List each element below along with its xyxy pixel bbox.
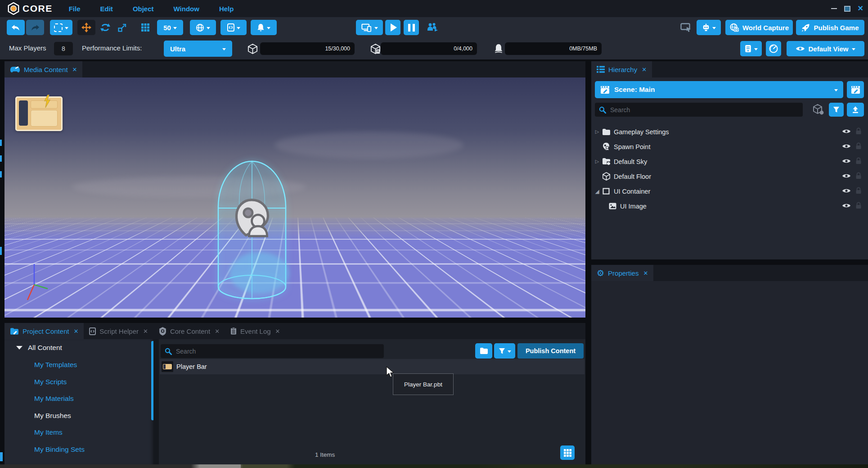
tab-media-content[interactable]: Media Content ✕ (4, 61, 82, 77)
redo-button[interactable] (26, 20, 44, 35)
scale-tool-button[interactable] (115, 20, 130, 35)
close-icon[interactable]: ✕ (858, 5, 864, 12)
hierarchy-filter-button[interactable] (829, 103, 844, 117)
tab-event-log[interactable]: Event Log ✕ (225, 323, 285, 339)
tab-close-icon[interactable]: ✕ (275, 328, 280, 335)
hierarchy-list-icon (597, 66, 605, 73)
scene-manager-button[interactable] (847, 81, 864, 98)
hierarchy-tabrow: Hierarchy ✕ (591, 61, 868, 77)
hierarchy-search-input[interactable] (609, 106, 803, 114)
project-filter-dropdown[interactable] (494, 343, 515, 359)
lock-icon[interactable] (855, 202, 862, 211)
environment-dropdown[interactable] (251, 20, 277, 35)
sidebar-item-my-scripts[interactable]: My Scripts (34, 378, 67, 386)
minimize-icon[interactable] (831, 8, 837, 9)
tree-row-ui-image[interactable]: UI Image (591, 199, 868, 214)
tab-core-content[interactable]: Core Content ✕ (153, 323, 225, 339)
menu-window[interactable]: Window (174, 5, 199, 13)
expander-icon[interactable]: ◢ (594, 188, 600, 195)
screen-share-button[interactable] (679, 20, 693, 35)
sidebar-item-my-templates[interactable]: My Templates (34, 361, 77, 369)
tree-row-ui-container[interactable]: ◢ UI Container (591, 184, 868, 199)
players-icon (427, 23, 438, 32)
save-dropdown[interactable] (740, 41, 762, 56)
lock-icon[interactable] (855, 187, 862, 196)
restore-icon[interactable] (844, 6, 850, 12)
tab-close-icon[interactable]: ✕ (73, 328, 78, 335)
sidebar-item-my-binding-sets[interactable]: My Binding Sets (34, 445, 85, 454)
tree-row-default-floor[interactable]: Default Floor (591, 169, 868, 184)
publish-content-button[interactable]: Publish Content (517, 343, 584, 359)
visibility-eye-icon[interactable] (842, 128, 851, 136)
horizontal-scrollbar-thumb[interactable] (205, 464, 241, 468)
grid-view-button[interactable] (560, 445, 575, 460)
tab-close-icon[interactable]: ✕ (642, 66, 647, 73)
new-folder-button[interactable] (475, 343, 492, 359)
axis-gizmo (17, 261, 49, 303)
menu-file[interactable]: File (69, 5, 81, 13)
terrain-dropdown[interactable] (190, 20, 216, 35)
grid-size-dropdown[interactable]: 50 (157, 20, 183, 35)
performance-dropdown[interactable]: Ultra (164, 41, 232, 57)
visibility-eye-icon[interactable] (842, 173, 851, 181)
expander-icon[interactable]: ▷ (594, 159, 600, 164)
world-capture-button[interactable]: World Capture (725, 20, 793, 35)
selection-mode-button[interactable] (50, 20, 72, 35)
hierarchy-export-button[interactable] (847, 103, 864, 117)
lock-icon[interactable] (855, 157, 862, 166)
scene-dropdown[interactable]: Scene: Main (595, 81, 843, 98)
sidebar-item-my-materials[interactable]: My Materials (34, 395, 74, 403)
rotate-tool-button[interactable] (98, 20, 112, 35)
media-content-panel: Media Content ✕ (4, 61, 585, 318)
tab-close-icon[interactable]: ✕ (215, 328, 220, 335)
visibility-eye-icon[interactable] (842, 187, 851, 195)
sidebar-divider[interactable] (153, 339, 159, 464)
script-dropdown[interactable] (220, 20, 247, 35)
properties-panel: ⚙ Properties ✕ (591, 265, 868, 464)
viewport-3d[interactable] (4, 77, 585, 318)
lock-icon[interactable] (855, 142, 862, 151)
expander-icon[interactable]: ▷ (594, 129, 600, 135)
visibility-eye-icon[interactable] (842, 202, 851, 210)
object-filter-icon[interactable] (813, 104, 824, 115)
play-button[interactable] (385, 20, 400, 35)
move-tool-button[interactable] (77, 20, 95, 35)
visibility-eye-icon[interactable] (842, 158, 851, 166)
max-players-input[interactable]: 8 (54, 42, 73, 55)
lock-icon[interactable] (855, 127, 862, 136)
pause-icon (408, 24, 415, 32)
tab-properties[interactable]: ⚙ Properties ✕ (591, 265, 653, 281)
tab-close-icon[interactable]: ✕ (643, 270, 648, 277)
sidebar-item-my-brushes[interactable]: My Brushes (34, 412, 71, 420)
default-view-dropdown[interactable]: Default View (787, 41, 864, 56)
lock-icon[interactable] (855, 172, 862, 181)
move-tool-icon (81, 22, 92, 33)
performance-monitor-button[interactable] (766, 41, 781, 56)
items-count: 1 Items (315, 451, 335, 458)
project-search-input[interactable] (175, 347, 384, 355)
tab-hierarchy[interactable]: Hierarchy ✕ (591, 61, 652, 77)
tree-row-default-sky[interactable]: ▷ Default Sky (591, 154, 868, 169)
pause-button[interactable] (404, 20, 419, 35)
tab-script-helper[interactable]: Script Helper ✕ (84, 323, 153, 339)
dock-tick (0, 247, 2, 255)
tree-row-gameplay-settings[interactable]: ▷ Gameplay Settings (591, 124, 868, 139)
publish-game-button[interactable]: Publish Game (796, 20, 864, 35)
tab-project-content[interactable]: Project Content ✕ (4, 323, 84, 339)
capture-bot-dropdown[interactable] (697, 20, 721, 35)
tree-row-spawn-point[interactable]: Spawn Point (591, 139, 868, 154)
menu-edit[interactable]: Edit (100, 5, 113, 13)
content-item-player-bar[interactable]: Player Bar (160, 359, 585, 374)
tab-close-icon[interactable]: ✕ (72, 66, 77, 73)
multiplayer-preview-button[interactable] (426, 20, 439, 35)
visibility-eye-icon[interactable] (842, 143, 851, 151)
undo-button[interactable] (7, 20, 25, 35)
menu-object[interactable]: Object (133, 5, 154, 13)
cube-icon (601, 172, 611, 181)
snap-grid-button[interactable] (139, 20, 152, 35)
sidebar-item-my-items[interactable]: My Items (34, 428, 63, 436)
tab-close-icon[interactable]: ✕ (143, 328, 148, 335)
sidebar-item-all-content[interactable]: All Content (16, 344, 62, 352)
preview-mode-dropdown[interactable] (356, 20, 383, 35)
menu-help[interactable]: Help (219, 5, 234, 13)
